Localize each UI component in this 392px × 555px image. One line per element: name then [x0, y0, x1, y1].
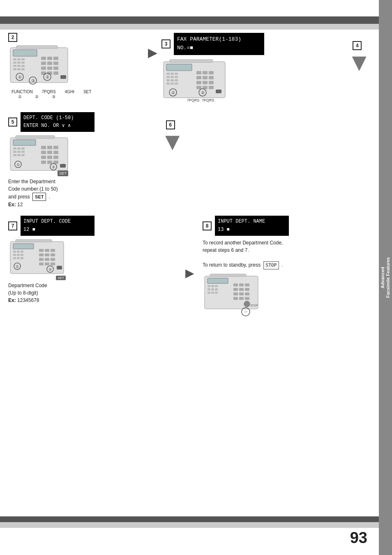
step2-device: ① ③ ② FUNCTION 7PQRS 4GHI SET ①: [8, 44, 74, 88]
step7-lcd-line1: INPUT DEPT. CODE: [23, 218, 92, 226]
step2-sub3: ③: [52, 94, 55, 99]
svg-rect-135: [211, 292, 214, 294]
svg-rect-104: [21, 254, 23, 256]
step3-lcd-line1: FAX PARAMETER(1-183): [177, 35, 261, 44]
svg-rect-26: [60, 75, 66, 79]
svg-rect-47: [175, 83, 178, 85]
step5-desc2: Code number (1 to 50): [8, 186, 58, 192]
step5-device-svg: ① ②: [8, 134, 74, 175]
bottom-bar-light: [0, 522, 379, 528]
svg-rect-13: [21, 68, 25, 70]
step8-device: ⊙ STOP ☞: [203, 273, 262, 318]
svg-text:②: ②: [52, 165, 55, 169]
svg-rect-51: [196, 76, 201, 79]
top-bar: [0, 16, 379, 24]
svg-rect-91: [60, 164, 66, 168]
svg-rect-134: [208, 292, 210, 294]
svg-rect-2: [13, 58, 16, 60]
svg-rect-116: [51, 258, 55, 261]
svg-rect-45: [166, 83, 170, 85]
step6-arrow: ▼: [160, 129, 184, 154]
top-light-bar: [0, 24, 379, 30]
step7-desc1: Department Code: [8, 283, 47, 288]
svg-rect-76: [13, 154, 16, 156]
svg-rect-114: [39, 258, 44, 261]
step3-block: 3 FAX PARAMETER(1-183) NO.=■: [161, 33, 343, 105]
svg-point-153: [244, 301, 250, 307]
step7-ex-label: Ex:: [8, 297, 16, 303]
step5-lcd-line1: DEPT. CODE (1-50): [23, 114, 92, 122]
side-tab: Advanced Facsimile Features: [379, 0, 392, 555]
step2-sub1: ①: [18, 94, 22, 99]
step2-sub2: ②: [35, 94, 39, 99]
svg-rect-118: [45, 263, 49, 265]
svg-rect-3: [17, 58, 21, 60]
svg-rect-69: [13, 140, 36, 145]
svg-rect-142: [245, 288, 249, 291]
step2-7pqrs-label: 7PQRS: [42, 90, 56, 94]
arrow-7-8: ▶: [185, 228, 194, 318]
svg-rect-55: [203, 81, 208, 84]
svg-rect-128: [208, 285, 210, 287]
svg-rect-15: [47, 57, 52, 60]
svg-rect-110: [51, 249, 55, 252]
svg-rect-86: [47, 156, 52, 159]
step5-desc: Enter the Department Code number (1 to 5…: [8, 178, 148, 209]
svg-rect-48: [196, 71, 201, 74]
svg-rect-108: [39, 249, 44, 252]
step5-lcd: DEPT. CODE (1-50) ENTER NO. OR ∨ ∧: [21, 112, 95, 132]
main-content: 2: [8, 33, 371, 514]
svg-rect-107: [21, 257, 23, 259]
svg-rect-53: [209, 76, 214, 79]
svg-rect-130: [215, 285, 218, 287]
svg-rect-82: [41, 151, 46, 154]
step6-block: 6 ▼: [156, 120, 184, 154]
svg-rect-50: [209, 71, 214, 74]
step5-set-key: SET: [32, 193, 46, 201]
svg-rect-75: [21, 151, 25, 153]
svg-rect-14: [41, 57, 46, 60]
svg-text:②: ②: [201, 90, 205, 95]
step7-block: 7 INPUT DEPT. CODE 12 ■: [8, 216, 177, 318]
svg-rect-147: [239, 297, 244, 300]
svg-rect-102: [13, 254, 16, 256]
svg-text:☞: ☞: [244, 309, 248, 314]
svg-rect-100: [17, 251, 20, 253]
svg-rect-92: [16, 136, 55, 138]
step7-lcd: INPUT DEPT. CODE 12 ■: [21, 216, 95, 235]
svg-rect-60: [216, 90, 221, 93]
svg-rect-54: [196, 81, 201, 84]
svg-rect-38: [175, 73, 178, 75]
svg-rect-132: [211, 288, 214, 290]
svg-rect-12: [17, 68, 21, 70]
step7-device-svg: ① ②: [8, 238, 70, 279]
svg-rect-6: [17, 62, 21, 64]
step2-sub-labels: ① ② ③: [18, 94, 74, 99]
step7-desc: Department Code (Up to 8-digit) Ex: 1234…: [8, 282, 177, 304]
svg-rect-121: [16, 240, 52, 242]
step2-4ghi-label: 4GHI: [65, 90, 74, 94]
svg-rect-127: [208, 278, 228, 283]
svg-rect-39: [166, 76, 170, 78]
svg-rect-105: [13, 257, 16, 259]
svg-text:②: ②: [46, 75, 49, 79]
svg-rect-36: [166, 73, 170, 75]
svg-rect-61: [170, 60, 213, 62]
step4-arrow: ▼: [347, 50, 371, 75]
svg-rect-98: [13, 244, 34, 249]
step8-lcd-line2: 13 ■: [218, 226, 286, 234]
svg-rect-77: [17, 154, 21, 156]
svg-rect-80: [47, 146, 52, 149]
step5-device: ① ② SET: [8, 134, 74, 175]
svg-rect-83: [47, 151, 52, 154]
svg-rect-119: [51, 263, 55, 265]
step7-device-area: ① ② SET: [8, 238, 177, 279]
step8-desc4: .: [281, 262, 283, 268]
svg-rect-115: [45, 258, 49, 261]
svg-rect-101: [21, 251, 23, 253]
step8-stop-key: STOP: [263, 261, 279, 270]
svg-rect-139: [245, 283, 249, 286]
steps-2-3-4-row: 2: [8, 33, 371, 105]
svg-rect-37: [171, 73, 174, 75]
svg-rect-112: [45, 253, 49, 256]
